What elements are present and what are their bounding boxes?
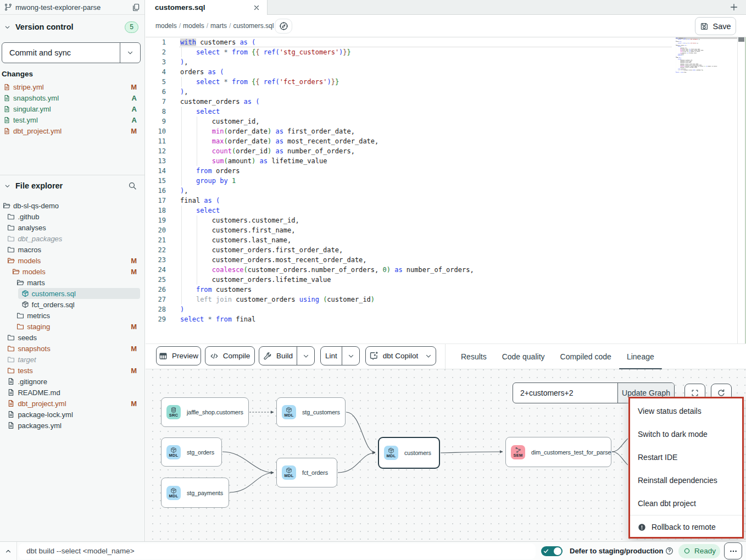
lineage-node-dim_customers_test_for_parse[interactable]: SEMdim_customers_test_for_parse: [505, 437, 611, 467]
change-item[interactable]: snapshots.ymlA: [0, 92, 144, 103]
breadcrumb-item[interactable]: marts: [210, 22, 227, 30]
tree-item-dbt-project-yml[interactable]: dbt_project.ymlM: [0, 398, 144, 409]
version-control-header[interactable]: Version control 5: [0, 21, 144, 33]
ellipsis-icon: [729, 547, 738, 556]
tree-item-fct-orders-sql[interactable]: fct_orders.sql: [0, 299, 144, 310]
tree-item-analyses[interactable]: analyses: [0, 222, 144, 233]
tree-item-customers-sql[interactable]: customers.sql: [0, 288, 144, 299]
tree-item-snapshots[interactable]: snapshotsM: [0, 343, 144, 354]
close-tab-icon[interactable]: [253, 4, 260, 12]
breadcrumb-item[interactable]: models: [155, 22, 177, 30]
lineage-search-input[interactable]: 2+customers+2: [513, 383, 617, 403]
folder-open-icon: [3, 202, 10, 209]
commit-options-chevron[interactable]: [120, 43, 140, 63]
badge-text: MDL: [285, 474, 294, 478]
tree-item-staging[interactable]: stagingM: [0, 321, 144, 332]
code-token: 'stg_customers': [690, 38, 698, 40]
tree-item-marts[interactable]: marts: [0, 277, 144, 288]
code-editor[interactable]: 1234567891011121314151617181920212223242…: [146, 37, 746, 343]
menu-item-view-status-details[interactable]: View status details: [630, 400, 742, 423]
new-tab-button[interactable]: [730, 3, 738, 12]
copy-branch-icon[interactable]: [132, 3, 140, 12]
indent-guide: [197, 265, 197, 275]
menu-item-restart-ide[interactable]: Restart IDE: [630, 446, 742, 469]
menu-item-rollback-to-remote[interactable]: Rollback to remote: [630, 515, 742, 539]
tree-item-seeds[interactable]: seeds: [0, 332, 144, 343]
code-token: orders: [180, 68, 208, 76]
tree-item-package-lock-yml[interactable]: package-lock.yml: [0, 409, 144, 420]
change-item[interactable]: test.ymlA: [0, 114, 144, 125]
code-token: as: [394, 266, 402, 274]
tree-item-target[interactable]: target: [0, 354, 144, 365]
tree-item-db-sl-qs-demo[interactable]: db-sl-qs-demo: [0, 200, 144, 211]
copilot-compass-button[interactable]: [275, 19, 292, 34]
menu-item-switch-to-dark-mode[interactable]: Switch to dark mode: [630, 423, 742, 446]
code-token: as: [275, 137, 283, 145]
preview-button[interactable]: Preview: [156, 346, 201, 365]
minimap[interactable]: with customers as ( select * from {{ ref…: [676, 37, 737, 343]
lineage-node-fct_orders[interactable]: MDLfct_orders: [276, 458, 337, 487]
tab-results[interactable]: Results: [453, 344, 494, 369]
lineage-node-stg_payments[interactable]: MDLstg_payments: [161, 478, 229, 508]
lineage-edge: [612, 452, 628, 465]
line-number: 13: [146, 156, 166, 166]
lineage-node-stg_customers[interactable]: MDLstg_customers: [276, 397, 346, 427]
code-line: sum(amount) as lifetime_value: [180, 156, 474, 166]
code-token: *: [208, 315, 212, 323]
commit-and-sync-button[interactable]: Commit and sync: [2, 42, 141, 63]
tree-item--gitignore[interactable]: .gitignore: [0, 376, 144, 387]
folder-open-icon: [12, 268, 20, 275]
tab-customers-sql[interactable]: customers.sql: [146, 0, 268, 15]
tree-item-readme-md[interactable]: README.md: [0, 387, 144, 398]
changes-heading: Changes: [2, 70, 33, 78]
menu-item-reinstall-dependencies[interactable]: Reinstall dependencies: [630, 469, 742, 492]
lineage-node-stg_orders[interactable]: MDLstg_orders: [161, 437, 222, 467]
tree-item-macros[interactable]: macros: [0, 244, 144, 255]
change-item[interactable]: stripe.ymlM: [0, 81, 144, 92]
folder-open-icon: [7, 257, 15, 264]
tree-item-packages-yml[interactable]: packages.yml: [0, 420, 144, 431]
tree-item-metrics[interactable]: metrics: [0, 310, 144, 321]
lint-button[interactable]: Lint: [321, 347, 342, 365]
code-token: ): [703, 70, 703, 71]
change-item[interactable]: dbt_project.ymlM: [0, 125, 144, 136]
build-options-chevron[interactable]: [297, 347, 314, 365]
search-icon[interactable]: [128, 181, 137, 190]
tree-item-label: marts: [27, 279, 137, 287]
diff-overview-strip: [745, 37, 746, 343]
tree-item-models[interactable]: modelsM: [0, 255, 144, 266]
tab-lineage[interactable]: Lineage: [619, 344, 662, 369]
defer-toggle[interactable]: [541, 546, 563, 556]
mdl-badge: MDL: [384, 446, 398, 460]
tree-item--github[interactable]: .github: [0, 211, 144, 222]
file-explorer-header[interactable]: File explorer: [0, 180, 144, 192]
line-numbers: 1234567891011121314151617181920212223242…: [146, 37, 166, 324]
lint-options-chevron[interactable]: [342, 347, 359, 365]
command-input[interactable]: dbt build --select <model_name>: [19, 544, 536, 559]
dbt-copilot-button[interactable]: dbt Copilot: [365, 346, 436, 365]
lineage-panel[interactable]: SRCjaffle_shop.customersMDLstg_customers…: [146, 369, 746, 541]
git-branch-bar: mwong-test-explorer-parse: [0, 0, 144, 15]
tab-compiled-code[interactable]: Compiled code: [553, 344, 619, 369]
scrollbar-thumb[interactable]: [738, 37, 744, 42]
expand-command-bar-button[interactable]: [0, 542, 17, 560]
build-button[interactable]: Build: [259, 347, 297, 365]
tree-item-models[interactable]: modelsM: [0, 266, 144, 277]
lineage-node-jaffle_shop_customers[interactable]: SRCjaffle_shop.customers: [161, 397, 249, 427]
lineage-node-customers[interactable]: MDLcustomers: [378, 437, 440, 469]
compile-button[interactable]: Compile: [205, 346, 255, 365]
tree-item-dbt-packages[interactable]: dbt_packages: [0, 233, 144, 244]
help-icon[interactable]: [665, 547, 673, 555]
folder-icon: [7, 356, 15, 363]
menu-item-clean-dbt-project[interactable]: Clean dbt project: [630, 492, 742, 515]
tree-item-status: M: [131, 367, 137, 375]
tree-item-tests[interactable]: testsM: [0, 365, 144, 376]
breadcrumb-item[interactable]: models: [183, 22, 204, 30]
code-token: [212, 315, 216, 323]
code-token: (: [276, 48, 280, 56]
tab-code-quality[interactable]: Code quality: [494, 344, 553, 369]
save-button[interactable]: Save: [695, 17, 736, 35]
breadcrumb-item[interactable]: customers.sql: [233, 22, 274, 30]
more-options-button[interactable]: [724, 542, 742, 559]
change-item[interactable]: singular.ymlA: [0, 103, 144, 114]
